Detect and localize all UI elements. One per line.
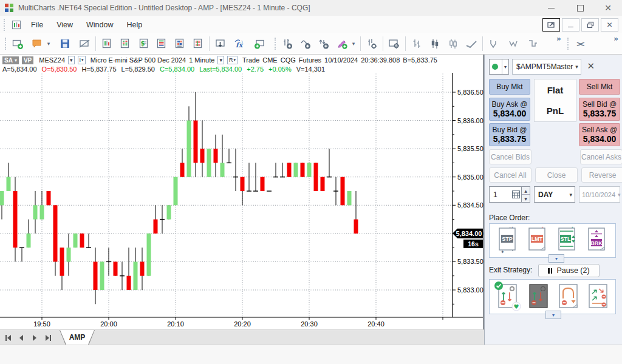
cancel-all-button[interactable]: Cancel All [489, 167, 531, 183]
first-tab-button[interactable] [2, 333, 13, 343]
reverse-position-button[interactable]: Reverse [581, 167, 622, 183]
toolbar-overflow-icon[interactable]: » [613, 35, 618, 43]
sell-bid-button[interactable]: Sell Bid @5,833.75 [579, 98, 620, 121]
exit-strategy-reverse-icon[interactable] [556, 280, 581, 314]
zigzag-style-b-icon[interactable] [505, 36, 521, 52]
quantity-input[interactable]: 1 ▲▼ [489, 186, 530, 203]
exit-strategy-active-icon[interactable]: ♥ [494, 280, 522, 314]
sell-ask-button[interactable]: Sell Ask @5,834.00 [579, 123, 620, 146]
symbol-dropdown-button[interactable]: ▾ [68, 56, 75, 64]
candlestick-style-icon[interactable] [427, 36, 443, 52]
connection-status-button[interactable]: ▾ [489, 59, 509, 75]
format-indicators-icon[interactable] [364, 36, 380, 52]
buy-ask-button[interactable]: Buy Ask @5,834.00 [489, 98, 530, 121]
hollow-candlestick-style-icon[interactable] [445, 36, 461, 52]
trading-notes-icon[interactable] [29, 36, 45, 52]
main-toolbar: ▾ $ fx) [0, 33, 622, 55]
child-close-button[interactable]: ✕ [601, 18, 618, 32]
add-plugin-window-icon[interactable] [251, 36, 267, 52]
svg-text:5,836.50: 5,836.50 [457, 89, 484, 96]
send-to-desktop-icon[interactable] [213, 36, 228, 52]
step-line-style-icon[interactable] [525, 36, 541, 52]
order-type-lmt-icon[interactable]: ✦LMT [526, 224, 549, 257]
close-position-button[interactable]: Close [535, 167, 578, 183]
trade-status-label: Trade [242, 56, 259, 64]
insert-arrow-marks-icon[interactable] [316, 36, 332, 52]
line-style-icon[interactable] [463, 36, 479, 52]
quantity-down-icon: ▼ [522, 195, 530, 202]
title-bar: MultiCharts .NET64 Special Edition - Unt… [0, 0, 622, 16]
price-chart[interactable]: 5,836.505,836.005,835.505,835.005,834.50… [0, 73, 484, 329]
prev-tab-button[interactable] [16, 333, 27, 343]
order-type-brk-icon[interactable]: BRK [586, 224, 609, 257]
menu-view[interactable]: View [50, 21, 80, 29]
strategy-select[interactable]: $AMPMT5Master ▾ [512, 59, 581, 75]
drawing-tool-icon[interactable] [334, 36, 350, 52]
svg-text:5,833.00: 5,833.00 [457, 286, 484, 294]
zigzag-style-a-icon[interactable] [486, 36, 502, 52]
exit-strategy-scale-icon[interactable] [586, 280, 611, 314]
float-window-button[interactable] [542, 18, 560, 32]
child-minimize-button[interactable] [562, 18, 579, 32]
bar-style-icon[interactable] [409, 36, 425, 52]
more-exit-strategies-button[interactable]: ▾ [545, 311, 561, 319]
svg-text:5,835.50: 5,835.50 [457, 145, 484, 152]
resolution-dropdown-button[interactable]: ▾ [217, 56, 224, 64]
more-order-types-button[interactable]: ▾ [549, 254, 564, 263]
close-value: C=5,834.00 [160, 66, 194, 73]
order-date-select[interactable]: 10/10/2024 ▾ [579, 186, 620, 203]
pause-exit-strategy-button[interactable]: Pause (2) [538, 264, 600, 277]
new-chart-window-icon[interactable] [10, 36, 26, 52]
cancel-asks-button[interactable]: Cancel Asks [580, 149, 622, 164]
instrument-dropdown-button[interactable]: I▾ [78, 56, 86, 64]
quantity-stepper[interactable]: ▲▼ [521, 187, 530, 202]
new-time-and-sales-icon[interactable] [154, 36, 169, 52]
new-data-window-icon[interactable] [190, 36, 206, 52]
collapse-panels-icon[interactable]: >< [572, 36, 588, 52]
account-mode-button[interactable]: SA▾ [2, 56, 19, 64]
insert-curve-icon[interactable] [298, 36, 313, 52]
sell-mkt-button[interactable]: Sell Mkt [579, 79, 620, 95]
next-tab-button[interactable] [29, 333, 40, 343]
buy-mkt-button[interactable]: Buy Mkt [489, 79, 530, 95]
new-scanner-icon[interactable] [117, 36, 133, 52]
buy-bid-button[interactable]: Buy Bid @5,833.75 [489, 123, 530, 146]
spacer [534, 123, 575, 146]
cancel-bids-button[interactable]: Cancel Bids [489, 149, 531, 164]
close-button[interactable]: ✕ [595, 0, 621, 16]
svg-text:♥: ♥ [514, 303, 519, 310]
drawing-dropdown-icon[interactable]: ▾ [350, 36, 357, 52]
new-quote-board-icon[interactable]: $ [135, 36, 151, 52]
account-dropdown-icon[interactable]: ▾ [15, 58, 17, 63]
menu-window[interactable]: Window [80, 21, 120, 29]
child-restore-button[interactable] [581, 18, 599, 32]
minimize-button[interactable] [538, 0, 564, 16]
connection-dropdown-icon[interactable]: ▾ [502, 59, 508, 74]
new-chart-icon[interactable] [99, 36, 115, 52]
notes-dropdown-icon[interactable]: ▾ [45, 36, 52, 52]
toolbar-separator [209, 36, 210, 51]
exit-strategy-disabled-icon[interactable] [526, 280, 552, 314]
bid-label: B=5,833.75 [403, 56, 437, 64]
panel-close-icon[interactable]: ✕ [584, 59, 598, 73]
volume-profile-button[interactable]: VP [22, 56, 33, 64]
position-calculator-icon[interactable] [512, 190, 520, 198]
new-depth-of-market-icon[interactable] [172, 36, 188, 52]
tif-select[interactable]: DAY ▾ [534, 186, 575, 203]
menu-help[interactable]: Help [120, 21, 149, 29]
save-desktop-icon[interactable] [57, 36, 73, 52]
insert-indicator-icon[interactable] [279, 36, 295, 52]
order-type-stl-icon[interactable]: ✦STL [556, 224, 579, 257]
toolbar-overflow-icon[interactable]: » [556, 35, 561, 43]
chart-window-icon[interactable] [9, 17, 24, 33]
format-window-icon[interactable] [386, 36, 402, 52]
last-tab-button[interactable] [43, 333, 53, 343]
replay-dropdown-button[interactable]: R▾ [227, 56, 238, 64]
place-order-label: Place Order: [489, 214, 530, 222]
close-desktop-icon[interactable] [77, 36, 92, 52]
strategy-dropdown-icon: ▾ [573, 64, 581, 70]
menu-file[interactable]: File [24, 21, 50, 29]
fx-editor-icon[interactable]: fx) [232, 36, 248, 52]
order-type-stp-icon[interactable]: ✦✦STP [496, 224, 519, 257]
maximize-button[interactable] [567, 0, 593, 16]
